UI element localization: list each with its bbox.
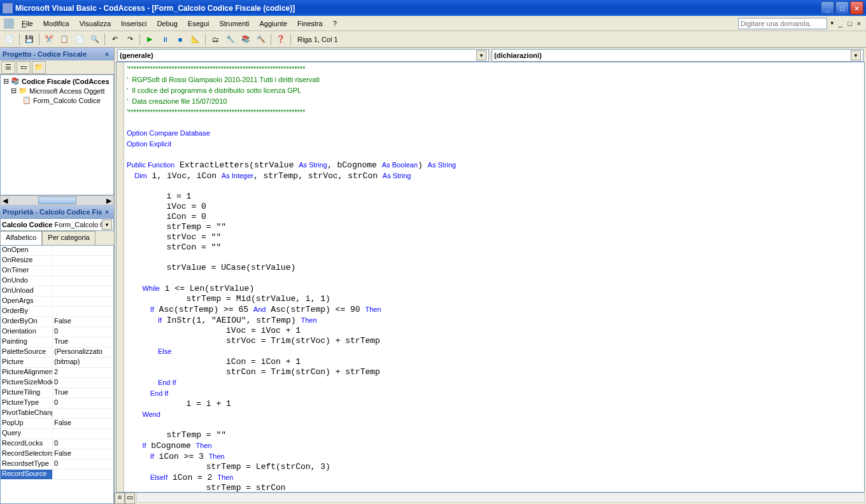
mdi-close-button[interactable]: × [856, 20, 862, 27]
menu-inserisci[interactable]: Inserisci [116, 18, 152, 29]
paste-button[interactable]: 📄 [73, 32, 87, 46]
app-icon [3, 3, 13, 13]
cut-button[interactable]: ✂️ [42, 32, 56, 46]
properties-object-combo[interactable]: Calcolo Codice Form_Calcolo C ▼ [0, 218, 114, 231]
design-mode-button[interactable]: 📐 [188, 32, 202, 46]
find-button[interactable]: 🔍 [88, 32, 102, 46]
stop-button[interactable]: ■ [173, 32, 187, 46]
property-row[interactable]: PaletteSource(Personalizzato [1, 347, 113, 358]
property-row[interactable]: RecordsetType0 [1, 459, 113, 470]
project-tree[interactable]: ⊟📚Codice Fiscale (CodAcces ⊟📁Microsoft A… [0, 74, 114, 195]
project-panel-title: Progetto - Codice Fiscale × [0, 48, 114, 60]
editor-hscroll[interactable] [136, 493, 865, 503]
property-row[interactable]: OnResize [1, 256, 113, 266]
property-row[interactable]: OrderBy [1, 307, 113, 317]
menu-finestra[interactable]: Finestra [292, 18, 328, 29]
property-row[interactable]: Picture(bitmap) [1, 358, 113, 368]
property-row[interactable]: PictureSizeMode0 [1, 378, 113, 388]
tab-alfabetico[interactable]: Alfabetico [0, 231, 42, 245]
minimize-button[interactable]: _ [821, 1, 834, 15]
code-gutter [117, 62, 124, 492]
chevron-down-icon[interactable]: ▼ [851, 50, 861, 60]
tree-form[interactable]: 📋Form_Calcolo Codice [2, 95, 112, 105]
procedure-combo[interactable]: (dichiarazioni) ▼ [492, 49, 863, 62]
properties-button[interactable]: 🔧 [224, 32, 238, 46]
pause-button[interactable]: ⏸ [158, 32, 172, 46]
menu-file[interactable]: FFileile [17, 18, 38, 29]
cursor-position: Riga 1, Col 1 [294, 36, 342, 43]
close-button[interactable]: × [850, 1, 863, 15]
property-row[interactable]: PictureAlignmen2 [1, 368, 113, 378]
view-object-button[interactable]: ▭ [17, 61, 31, 74]
menu-esegui[interactable]: Esegui [183, 18, 215, 29]
chevron-down-icon[interactable]: ▼ [102, 220, 112, 230]
toggle-folders-button[interactable]: 📁 [32, 61, 46, 74]
project-explorer-button[interactable]: 🗂 [208, 32, 222, 46]
full-module-view-button[interactable]: ≡ [115, 493, 125, 504]
toolbar: 📄 💾 ✂️ 📋 📄 🔍 ↶ ↷ ▶ ⏸ ■ 📐 🗂 🔧 📚 🔨 ❓ Riga … [0, 31, 866, 48]
property-row[interactable]: OpenArgs [1, 297, 113, 307]
menu-aggiunte[interactable]: Aggiunte [255, 18, 292, 29]
menu-help[interactable]: ? [328, 18, 342, 29]
property-row[interactable]: OnTimer [1, 266, 113, 276]
chevron-down-icon[interactable]: ▼ [476, 50, 486, 60]
project-hscroll[interactable]: ◀ ▶ [0, 195, 114, 206]
tree-folder[interactable]: ⊟📁Microsoft Access Oggett [2, 86, 112, 95]
redo-button[interactable]: ↷ [123, 32, 137, 46]
property-row[interactable]: OrderByOnFalse [1, 317, 113, 327]
menu-modifica[interactable]: Modifica [38, 18, 75, 29]
property-row[interactable]: Orientation0 [1, 327, 113, 337]
tab-categoria[interactable]: Per categoria [42, 231, 95, 245]
copy-button[interactable]: 📋 [57, 32, 71, 46]
menu-visualizza[interactable]: Visualizza [75, 18, 116, 29]
property-row[interactable]: OnOpen [1, 246, 113, 256]
undo-button[interactable]: ↶ [108, 32, 122, 46]
property-row[interactable]: PaintingTrue [1, 337, 113, 347]
search-input[interactable] [738, 18, 827, 29]
property-row[interactable]: PictureType0 [1, 398, 113, 409]
code-editor[interactable]: '***************************************… [116, 62, 865, 493]
mdi-max-button[interactable]: □ [846, 20, 853, 27]
titlebar: Microsoft Visual Basic - CodAccess - [Fo… [0, 0, 866, 16]
help-button[interactable]: ❓ [274, 32, 288, 46]
project-close-button[interactable]: × [103, 50, 111, 59]
window-title: Microsoft Visual Basic - CodAccess - [Fo… [15, 4, 821, 13]
property-row[interactable]: PivotTableChang [1, 409, 113, 419]
mdi-restore-button[interactable]: _ [837, 20, 844, 27]
properties-close-button[interactable]: × [103, 207, 111, 216]
access-icon [4, 18, 14, 29]
property-row[interactable]: RecordLocks0 [1, 439, 113, 449]
menu-strumenti[interactable]: Strumenti [214, 18, 254, 29]
property-row[interactable]: RecordSource [1, 470, 113, 480]
properties-grid[interactable]: OnOpenOnResizeOnTimerOnUndoOnUnloadOpenA… [0, 245, 114, 504]
procedure-view-button[interactable]: ▭ [125, 493, 135, 504]
properties-panel-title: Proprietà - Calcolo Codice Fis × [0, 206, 114, 218]
maximize-button[interactable]: □ [835, 1, 849, 15]
menubar: FFileile Modifica Visualizza Inserisci D… [0, 16, 866, 31]
save-button[interactable]: 💾 [22, 32, 36, 46]
property-row[interactable]: PopUpFalse [1, 419, 113, 429]
toolbox-button[interactable]: 🔨 [254, 32, 268, 46]
property-row[interactable]: RecordSelectorsFalse [1, 449, 113, 459]
view-code-button[interactable]: ☰ [1, 61, 15, 74]
object-browser-button[interactable]: 📚 [239, 32, 253, 46]
view-access-button[interactable]: 📄 [3, 32, 17, 46]
search-dropdown-icon[interactable]: ▼ [830, 20, 835, 26]
run-button[interactable]: ▶ [143, 32, 157, 46]
property-row[interactable]: OnUnload [1, 286, 113, 297]
property-row[interactable]: PictureTilingTrue [1, 388, 113, 398]
menu-debug[interactable]: Debug [152, 18, 182, 29]
property-row[interactable]: OnUndo [1, 276, 113, 286]
object-combo[interactable]: (generale) ▼ [117, 49, 489, 62]
property-row[interactable]: Query [1, 429, 113, 439]
tree-root[interactable]: ⊟📚Codice Fiscale (CodAcces [2, 76, 112, 86]
